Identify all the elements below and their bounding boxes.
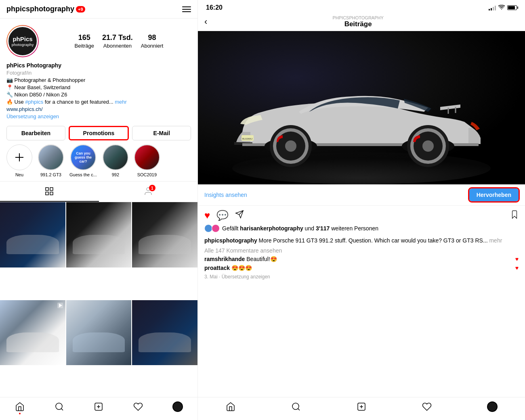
nav-heart[interactable] — [118, 401, 158, 412]
notification-badge: +9 — [76, 6, 85, 13]
svg-rect-5 — [50, 192, 53, 195]
grid-cell-3[interactable] — [132, 202, 197, 267]
svg-point-20 — [285, 140, 296, 152]
top-nav: phpicsphotography +9 — [0, 0, 197, 19]
avatar[interactable]: phPics photography — [6, 25, 39, 57]
svg-point-25 — [422, 140, 434, 152]
post-date: 3. Mai · Übersetzung anzeigen — [198, 272, 525, 283]
comment-row-1: ramshrikhande Beautiful!😍 ♥ — [198, 255, 525, 263]
stat-followers: 21.7 Tsd. Abonnenten — [102, 33, 133, 49]
comments-link[interactable]: Alle 147 Kommentare ansehen — [198, 247, 525, 255]
rnav-profile[interactable] — [460, 401, 525, 412]
likes-avatars: Gefällt harisankerphotography und 3'117 … — [204, 224, 519, 232]
photo-grid — [0, 202, 197, 397]
liker-name[interactable]: harisankerphotography — [240, 225, 303, 232]
grid-cell-5[interactable] — [66, 300, 132, 366]
stats-row: 165 Beiträge 21.7 Tsd. Abonnenten 98 Abo… — [47, 33, 191, 49]
signal-icon — [489, 5, 496, 10]
right-bottom-nav — [198, 397, 525, 420]
bottom-nav — [0, 397, 197, 420]
highlight-992[interactable]: 992 — [103, 144, 128, 177]
svg-rect-3 — [50, 188, 53, 190]
wifi-icon — [498, 4, 505, 11]
comment-2-heart[interactable]: ♥ — [515, 265, 519, 271]
profile-section: phPics photography 165 Beiträge 21.7 Tsd… — [0, 19, 197, 126]
svg-rect-2 — [46, 188, 48, 190]
left-panel: phpicsphotography +9 phPics photography … — [0, 0, 198, 420]
highlight-soc[interactable]: SOC2019 — [134, 144, 160, 177]
like-icons: ♥ 💬 — [204, 210, 244, 221]
likes-count: Gefällt harisankerphotography und 3'117 … — [198, 224, 525, 235]
hamburger-menu[interactable] — [182, 6, 191, 12]
bookmark-icon[interactable] — [510, 210, 519, 221]
profile-tabs: 1 — [0, 181, 197, 202]
nav-title: PHPICSPHOTOGRAPHY Beiträge — [207, 15, 509, 28]
share-icon[interactable] — [235, 210, 244, 221]
highlights-row: Neu 991.2 GT3 Can you guess the car? Gue… — [0, 140, 197, 181]
grid-cell-2[interactable] — [66, 202, 132, 267]
insights-link[interactable]: Insights ansehen — [204, 192, 247, 198]
highlight-guess[interactable]: Can you guess the car? Guess the c... — [69, 144, 97, 177]
status-time: 16:20 — [206, 4, 223, 11]
svg-rect-4 — [46, 192, 48, 195]
highlight-gt3[interactable]: 991.2 GT3 — [38, 144, 64, 177]
comment-1-heart[interactable]: ♥ — [515, 256, 519, 262]
caption-text: More Porsche 911 GT3 991.2 stuff. Questi… — [259, 237, 488, 244]
svg-point-9 — [56, 403, 62, 410]
tab-grid[interactable] — [0, 182, 99, 202]
stat-posts: 165 Beiträge — [75, 33, 94, 49]
liker-avatar-2 — [212, 224, 220, 232]
comment-2-text: 😍😍😍 — [231, 265, 252, 271]
action-buttons: Bearbeiten Promotions E-Mail — [0, 126, 197, 140]
rnav-home[interactable] — [198, 401, 263, 412]
video-indicator — [57, 303, 63, 308]
right-panel: 16:20 ‹ PHPICSPH — [198, 0, 525, 420]
username-label: phpicsphotography — [6, 5, 74, 13]
svg-point-32 — [292, 403, 299, 410]
edit-button[interactable]: Bearbeiten — [6, 126, 65, 140]
nav-profile[interactable] — [158, 401, 197, 412]
svg-line-33 — [298, 409, 300, 410]
battery-icon — [507, 5, 517, 10]
commenter-1-username[interactable]: ramshrikhande — [204, 256, 245, 262]
commenter-2-username[interactable]: proattack — [204, 265, 230, 271]
svg-line-10 — [61, 409, 63, 410]
email-button[interactable]: E-Mail — [132, 126, 191, 140]
post-image: BL9269U — [198, 31, 525, 184]
heart-icon[interactable]: ♥ — [204, 210, 210, 221]
status-bar: 16:20 — [198, 0, 525, 13]
post-actions-bar: Insights ansehen Hervorheben — [198, 184, 525, 206]
svg-point-15 — [232, 152, 491, 184]
back-button[interactable]: ‹ — [204, 17, 207, 27]
caption: phpicsphotography More Porsche 911 GT3 9… — [198, 235, 525, 247]
rnav-heart[interactable] — [394, 401, 460, 412]
grid-cell-6[interactable] — [132, 300, 197, 366]
highlight-button[interactable]: Hervorheben — [469, 188, 519, 201]
like-bar: ♥ 💬 — [198, 206, 525, 224]
comment-icon[interactable]: 💬 — [216, 210, 229, 221]
profile-avatar-nav — [172, 401, 183, 412]
promotions-button[interactable]: Promotions — [69, 126, 129, 140]
rnav-search[interactable] — [263, 401, 329, 412]
car-svg: BL9269U — [198, 31, 525, 184]
home-dot — [19, 413, 21, 414]
grid-cell-4[interactable] — [0, 300, 65, 366]
highlight-new[interactable]: Neu — [6, 144, 32, 177]
website-link[interactable]: www.phpics.ch/ — [6, 106, 191, 112]
grid-cell-1[interactable] — [0, 202, 65, 267]
caption-more[interactable]: mehr — [489, 237, 502, 244]
comment-row-2: proattack 😍😍😍 ♥ — [198, 263, 525, 272]
status-icons — [489, 4, 517, 11]
profile-top: phPics photography 165 Beiträge 21.7 Tsd… — [6, 25, 191, 57]
nav-add[interactable] — [79, 401, 119, 412]
tab-tagged[interactable]: 1 — [99, 182, 198, 202]
profile-bio: phPics Photography Fotograf/in 📷 Photogr… — [6, 62, 191, 119]
nav-home[interactable] — [0, 401, 40, 412]
liker-avatar-1 — [204, 224, 212, 232]
caption-username[interactable]: phpicsphotography — [204, 237, 257, 244]
rnav-profile-avatar — [487, 401, 498, 412]
username-area: phpicsphotography +9 — [6, 5, 85, 13]
rnav-add[interactable] — [329, 401, 394, 412]
comment-1-text: Beautiful!😍 — [246, 256, 277, 262]
nav-search[interactable] — [40, 401, 79, 412]
